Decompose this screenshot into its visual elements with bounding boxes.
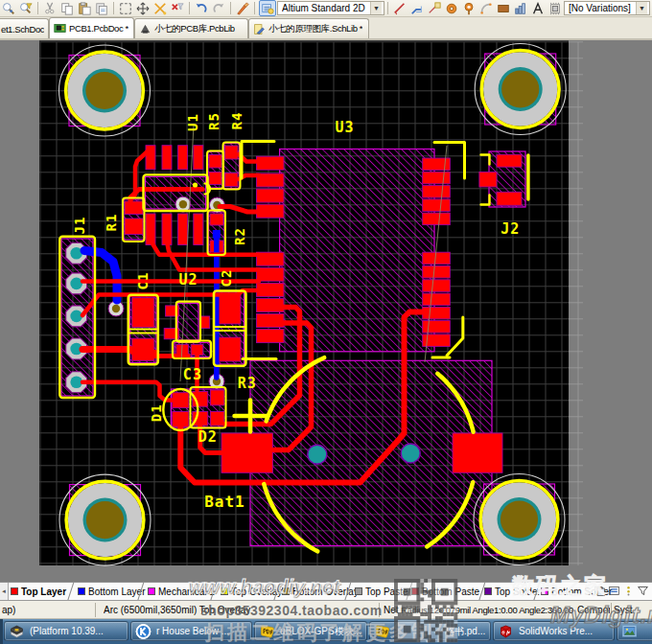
undo-icon — [195, 2, 208, 15]
taskbar-button-1[interactable]: (Platform 10.39... — [4, 621, 128, 641]
toolbar-button-undo[interactable] — [194, 1, 209, 15]
taskbar-button-label: SolidWorks Pre... — [519, 626, 593, 636]
layer-tab-scroll[interactable]: ◄ — [0, 583, 9, 600]
taskbar-button-2[interactable]: r House Below ... — [130, 621, 252, 641]
toolbar-button-move[interactable] — [135, 1, 151, 15]
toolbar-button-select-area[interactable] — [118, 1, 133, 15]
kb-dots-icon-shape — [628, 593, 630, 595]
layer-tab-bottom-paste[interactable]: Bottom Paste — [411, 583, 479, 600]
move-icon — [136, 2, 150, 15]
smd-pads-part — [257, 189, 285, 202]
smd-pads-part — [423, 186, 451, 198]
layer-tab-top-overlay[interactable]: Top Overlay — [221, 583, 282, 600]
toolbar-button-place-line[interactable] — [392, 1, 408, 15]
layer-pages-icon[interactable] — [594, 585, 606, 599]
smd-pads-part — [423, 172, 451, 184]
layer-tab-mechanical-1[interactable]: Mechanical 1 — [148, 583, 215, 600]
toolbar-button-cut[interactable] — [42, 1, 58, 15]
status-arc-properties: Radius:120.079mil Angle1:0.00 Angle2:360… — [401, 601, 573, 618]
layer-color-swatch — [78, 587, 85, 595]
toolbar-button-place-via[interactable] — [461, 1, 477, 15]
designator-label-d2: D2 — [198, 428, 218, 446]
status-component-fragment: Compone — [577, 601, 610, 618]
toolbar-combo--no-variations-[interactable]: [No Variations]▼ — [564, 1, 650, 15]
cross-select-icon-shape — [163, 12, 166, 14]
pcb-editor-canvas[interactable]: U1R5R4J1R1R2C1C2D1U2U3C3R3D2J2Bat1 — [0, 40, 652, 582]
pcb-doc-icon — [54, 22, 66, 34]
smd-pads-part — [423, 293, 451, 306]
toolbar-button-place-arc[interactable] — [478, 1, 494, 15]
solidworks-icon — [498, 624, 514, 639]
pdf-icon — [374, 624, 390, 639]
through-hole-pad-part — [179, 200, 187, 208]
toolbar-button-filter-highlight[interactable] — [259, 0, 276, 16]
layer-color-swatch — [148, 587, 155, 595]
toolbar-button-paste[interactable] — [77, 1, 92, 15]
toolbar-button-place-track[interactable] — [409, 1, 425, 15]
layer-tab-label: Bottom Paste — [422, 586, 479, 597]
funnel-icon[interactable] — [637, 585, 649, 599]
doc-tab-sheet1-schdoc[interactable]: et1.SchDoc — [0, 18, 49, 38]
doc-tab-pcb1-pcbdoc[interactable]: PCB1.PcbDoc * — [49, 17, 134, 38]
kb-dots-icon — [622, 585, 635, 599]
toolbar-button-clear-filter[interactable] — [170, 1, 185, 15]
toolbar-button-cross-select[interactable] — [152, 1, 168, 15]
toolbar-button-place-string[interactable] — [530, 1, 546, 15]
toolbar-button-place-fill[interactable] — [496, 1, 511, 15]
place-arc-icon-shape — [482, 4, 491, 12]
designator-label-r4: R4 — [229, 112, 244, 130]
toolbar-button-place-plane[interactable] — [513, 1, 528, 15]
place-via-icon-shape — [467, 5, 470, 8]
taskbar-button-3[interactable]: uBLOX-GPS模块... — [254, 621, 367, 641]
toolbar-button-copy[interactable] — [59, 1, 75, 15]
zoom-filter-icon — [19, 2, 33, 15]
toolbar-button-place-coord[interactable] — [427, 1, 442, 15]
status-snap-fragment: ap) — [2, 601, 93, 618]
smd-pads-part — [200, 316, 210, 329]
mounting-hole-pad-part — [86, 501, 124, 539]
redo-icon — [212, 2, 225, 15]
photo-icon — [621, 624, 638, 639]
doc-tab-label: PCB1.PcbDoc * — [69, 23, 128, 34]
toolbar-button-place-component[interactable] — [547, 1, 563, 15]
toolbar-button-place-pad[interactable] — [444, 1, 459, 15]
layer-tab-top-paste[interactable]: Top Paste — [355, 583, 408, 600]
taskbar-button-5[interactable]: SolidWorks Pre... — [493, 621, 615, 641]
status-separator — [611, 603, 612, 617]
taskbar-button-label: (Platform 10.39... — [30, 626, 104, 636]
pdf-icon — [374, 624, 390, 639]
toolbar-button-redo[interactable] — [211, 1, 226, 15]
designator-label-u1: U1 — [185, 113, 200, 131]
designator-label-u3: U3 — [335, 119, 354, 136]
pcb-board-view[interactable]: U1R5R4J1R1R2C1C2D1U2U3C3R3D2J2Bat1 — [0, 40, 652, 582]
zoom-select-icon — [2, 2, 15, 15]
toolbar-button-zoom-filter[interactable] — [18, 1, 34, 15]
status-system-panel-button[interactable]: Syst — [614, 601, 652, 618]
toolbar-button-paste-special[interactable] — [94, 1, 109, 15]
toolbar-button-brush[interactable] — [235, 1, 250, 15]
toolbar-separator — [189, 2, 190, 14]
kb-dots-icon-shape — [627, 590, 629, 592]
taskbar-button-4[interactable]: 格书.pd... — [369, 621, 491, 641]
layer-tab-bottom-layer[interactable]: Bottom Layer — [78, 583, 145, 600]
doc-tab-pcblib[interactable]: 小七的PCB库.PcbLib — [134, 18, 248, 38]
taskbar-button-6[interactable] — [617, 621, 652, 641]
layer-tab-label: Bottom Layer — [88, 586, 145, 597]
layer-set-icon[interactable] — [608, 585, 620, 599]
zoom-filter-icon-shape — [27, 9, 31, 12]
combo-dropdown-arrow-icon[interactable]: ▼ — [636, 2, 647, 14]
combo-dropdown-arrow-icon[interactable]: ▼ — [370, 2, 382, 14]
place-arc-icon-shape — [489, 3, 491, 5]
layer-tab-top-layer[interactable]: Top Layer — [11, 583, 66, 600]
toolbar-button-zoom-select[interactable] — [1, 1, 16, 15]
doc-tab-schlib[interactable]: 小七的原理图库.SchLib * — [248, 18, 369, 38]
toolbar-combo-altium-standard-2d[interactable]: Altium Standard 2D▼ — [277, 1, 384, 15]
place-pad-icon-shape — [450, 7, 454, 11]
smd-pads-part — [162, 146, 172, 170]
layer-tab-top-solder[interactable]: Top Solder — [484, 583, 541, 600]
k-player-icon — [135, 624, 151, 639]
cross-select-icon-shape — [155, 3, 166, 13]
place-line-icon-shape — [395, 12, 397, 14]
designator-label-r2: R2 — [232, 227, 247, 245]
doc-tab-label: 小七的PCB库.PcbLib — [154, 23, 235, 35]
